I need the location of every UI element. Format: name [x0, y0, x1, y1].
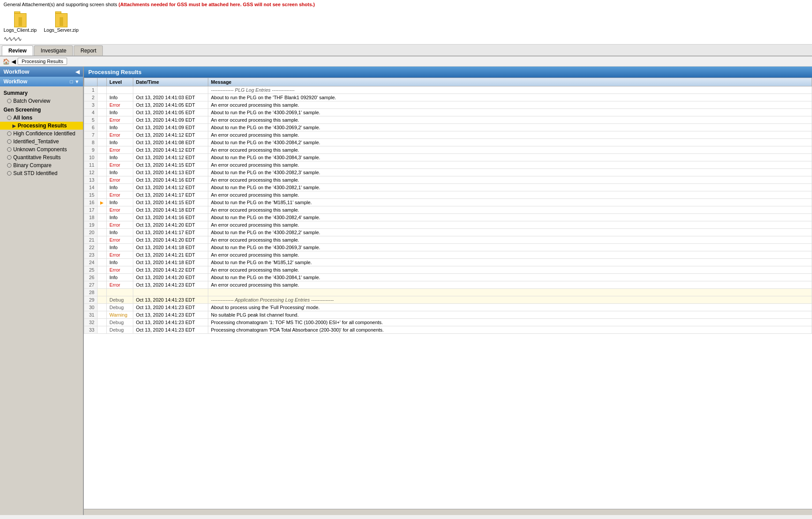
- bottom-scrollbar[interactable]: [84, 509, 812, 515]
- table-row[interactable]: 22InfoOct 13, 2020 14:41:18 EDTAbout to …: [84, 244, 812, 251]
- cell-level: [107, 86, 133, 94]
- table-row[interactable]: 32DebugOct 13, 2020 14:41:23 EDTProcessi…: [84, 319, 812, 326]
- sidebar-item-unknown-components[interactable]: Unknown Components: [0, 146, 83, 153]
- home-icon[interactable]: 🏠: [3, 58, 10, 65]
- col-header-message[interactable]: Message: [208, 78, 812, 86]
- sidebar-item-processing-results[interactable]: ▶ Processing Results: [0, 122, 83, 130]
- table-row[interactable]: 29DebugOct 13, 2020 14:41:23 EDT--------…: [84, 296, 812, 304]
- sidebar: Workflow ◀ Workflow □ ▼ Summary Batch Ov…: [0, 67, 84, 515]
- file-icon-client[interactable]: Logs_Client.zip: [4, 11, 37, 33]
- sidebar-item-all-ions[interactable]: All Ions: [0, 114, 83, 122]
- cell-datetime: Oct 13, 2020 14:41:09 EDT: [133, 124, 208, 131]
- cell-level: Error: [107, 131, 133, 139]
- cell-datetime: Oct 13, 2020 14:41:20 EDT: [133, 236, 208, 244]
- sidebar-item-binary-compare[interactable]: Binary Compare: [0, 161, 83, 169]
- table-row[interactable]: 4InfoOct 13, 2020 14:41:05 EDTAbout to r…: [84, 109, 812, 116]
- table-row[interactable]: 8InfoOct 13, 2020 14:41:08 EDTAbout to r…: [84, 139, 812, 146]
- cell-num: 9: [84, 146, 98, 154]
- tab-report[interactable]: Report: [74, 45, 103, 56]
- cell-arrow: [98, 154, 107, 161]
- breadcrumb: 🏠 ◀ Processing Results: [0, 56, 812, 67]
- table-row[interactable]: 30DebugOct 13, 2020 14:41:23 EDTAbout to…: [84, 304, 812, 311]
- table-row[interactable]: 1-------------- PLG Log Entries --------…: [84, 86, 812, 94]
- table-row[interactable]: 23ErrorOct 13, 2020 14:41:21 EDTAn error…: [84, 251, 812, 259]
- table-row[interactable]: 25ErrorOct 13, 2020 14:41:22 EDTAn error…: [84, 266, 812, 274]
- table-row[interactable]: 20InfoOct 13, 2020 14:41:17 EDTAbout to …: [84, 229, 812, 236]
- cell-arrow: [98, 86, 107, 94]
- cell-message: -------------- PLG Log Entries ---------…: [208, 86, 812, 94]
- cell-level: Error: [107, 281, 133, 289]
- table-row[interactable]: 28: [84, 289, 812, 296]
- cell-datetime: Oct 13, 2020 14:41:16 EDT: [133, 214, 208, 221]
- table-row[interactable]: 33DebugOct 13, 2020 14:41:23 EDTProcessi…: [84, 326, 812, 334]
- table-row[interactable]: 14InfoOct 13, 2020 14:41:12 EDTAbout to …: [84, 184, 812, 191]
- tab-review[interactable]: Review: [2, 45, 33, 56]
- table-row[interactable]: 16▶InfoOct 13, 2020 14:41:15 EDTAbout to…: [84, 199, 812, 206]
- sidebar-item-high-confidence[interactable]: High Confidence Identified: [0, 130, 83, 138]
- cell-message: Processing chromatogram '1: TOF MS TIC (…: [208, 319, 812, 326]
- cell-num: 22: [84, 244, 98, 251]
- workflow-menu-icon[interactable]: ▼: [75, 79, 79, 84]
- cell-level: Error: [107, 251, 133, 259]
- col-header-datetime[interactable]: Date/Time: [133, 78, 208, 86]
- cell-datetime: Oct 13, 2020 14:41:12 EDT: [133, 131, 208, 139]
- table-row[interactable]: 27ErrorOct 13, 2020 14:41:23 EDTAn error…: [84, 281, 812, 289]
- cell-datetime: Oct 13, 2020 14:41:08 EDT: [133, 139, 208, 146]
- table-row[interactable]: 3ErrorOct 13, 2020 14:41:05 EDTAn error …: [84, 101, 812, 109]
- arrow-icon-processing: ▶: [12, 123, 16, 128]
- breadcrumb-current: Processing Results: [18, 58, 67, 65]
- cell-arrow: [98, 266, 107, 274]
- circle-icon-quantitative: [7, 155, 11, 160]
- table-row[interactable]: 24InfoOct 13, 2020 14:41:18 EDTAbout to …: [84, 259, 812, 266]
- sidebar-item-label-binary: Binary Compare: [13, 162, 52, 168]
- cell-arrow: [98, 116, 107, 124]
- sidebar-item-suit-std[interactable]: Suit STD Identified: [0, 169, 83, 177]
- table-row[interactable]: 9ErrorOct 13, 2020 14:41:12 EDTAn error …: [84, 146, 812, 154]
- sidebar-header-icons: ◀: [75, 69, 79, 75]
- table-row[interactable]: 6InfoOct 13, 2020 14:41:09 EDTAbout to r…: [84, 124, 812, 131]
- sidebar-item-label-all-ions: All Ions: [13, 115, 32, 121]
- back-icon[interactable]: ◀: [11, 58, 16, 65]
- cell-level: Info: [107, 199, 133, 206]
- cell-datetime: [133, 289, 208, 296]
- table-row[interactable]: 19ErrorOct 13, 2020 14:41:20 EDTAn error…: [84, 221, 812, 229]
- cell-datetime: Oct 13, 2020 14:41:20 EDT: [133, 221, 208, 229]
- table-row[interactable]: 2InfoOct 13, 2020 14:41:03 EDTAbout to r…: [84, 94, 812, 101]
- sidebar-item-identified-tentative[interactable]: Identified_Tentative: [0, 138, 83, 146]
- cell-arrow: [98, 191, 107, 199]
- table-row[interactable]: 17ErrorOct 13, 2020 14:41:18 EDTAn error…: [84, 206, 812, 214]
- sidebar-workflow-label: Workflow: [4, 78, 27, 85]
- table-row[interactable]: 10InfoOct 13, 2020 14:41:12 EDTAbout to …: [84, 154, 812, 161]
- cell-arrow: [98, 319, 107, 326]
- sidebar-item-label-identified-tentative: Identified_Tentative: [13, 138, 59, 145]
- cell-num: 15: [84, 191, 98, 199]
- col-header-level[interactable]: Level: [107, 78, 133, 86]
- table-row[interactable]: 15ErrorOct 13, 2020 14:41:17 EDTAn error…: [84, 191, 812, 199]
- sidebar-item-batch-overview[interactable]: Batch Overview: [0, 97, 83, 105]
- cell-datetime: Oct 13, 2020 14:41:23 EDT: [133, 319, 208, 326]
- table-row[interactable]: 26InfoOct 13, 2020 14:41:20 EDTAbout to …: [84, 274, 812, 281]
- table-row[interactable]: 11ErrorOct 13, 2020 14:41:15 EDTAn error…: [84, 161, 812, 169]
- workflow-new-icon[interactable]: □: [70, 79, 73, 84]
- cell-level: Error: [107, 236, 133, 244]
- cell-message: [208, 289, 812, 296]
- table-row[interactable]: 12InfoOct 13, 2020 14:41:13 EDTAbout to …: [84, 169, 812, 176]
- tab-investigate[interactable]: Investigate: [34, 45, 73, 56]
- cell-datetime: Oct 13, 2020 14:41:21 EDT: [133, 251, 208, 259]
- cell-message: Processing chromatogram 'PDA Total Absor…: [208, 326, 812, 334]
- results-table-wrapper[interactable]: Level Date/Time Message 1-------------- …: [84, 78, 812, 509]
- cell-level: Error: [107, 221, 133, 229]
- content-area: Processing Results Level Date/Time Messa…: [84, 67, 812, 515]
- file-name-server: Logs_Server.zip: [44, 27, 79, 33]
- table-row[interactable]: 13ErrorOct 13, 2020 14:41:16 EDTAn error…: [84, 176, 812, 184]
- table-row[interactable]: 21ErrorOct 13, 2020 14:41:20 EDTAn error…: [84, 236, 812, 244]
- cell-datetime: Oct 13, 2020 14:41:12 EDT: [133, 154, 208, 161]
- file-icon-server[interactable]: Logs_Server.zip: [44, 11, 79, 33]
- table-row[interactable]: 18InfoOct 13, 2020 14:41:16 EDTAbout to …: [84, 214, 812, 221]
- table-row[interactable]: 5ErrorOct 13, 2020 14:41:09 EDTAn error …: [84, 116, 812, 124]
- cell-level: Info: [107, 214, 133, 221]
- table-row[interactable]: 31WarningOct 13, 2020 14:41:23 EDTNo sui…: [84, 311, 812, 319]
- sidebar-item-quantitative[interactable]: Quantitative Results: [0, 153, 83, 161]
- sidebar-collapse-icon[interactable]: ◀: [75, 69, 79, 75]
- table-row[interactable]: 7ErrorOct 13, 2020 14:41:12 EDTAn error …: [84, 131, 812, 139]
